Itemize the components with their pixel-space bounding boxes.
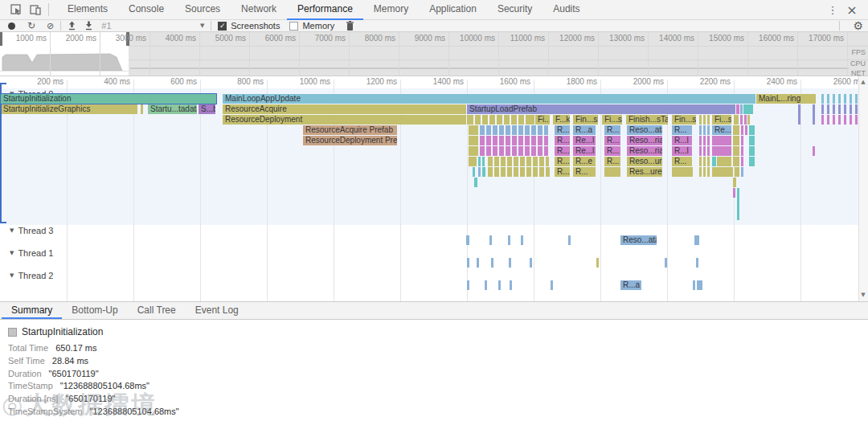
flame-segment[interactable] bbox=[798, 104, 800, 125]
flame-segment[interactable] bbox=[499, 125, 504, 135]
flame-segment[interactable] bbox=[482, 115, 488, 125]
tab-summary[interactable]: Summary bbox=[2, 302, 62, 319]
event-r-l[interactable]: R...l bbox=[672, 136, 692, 145]
event-f-k[interactable]: F...k bbox=[553, 115, 570, 125]
event-r-a[interactable]: R...a bbox=[573, 125, 596, 135]
flame-segment[interactable] bbox=[703, 125, 706, 135]
tab-audits[interactable]: Audits bbox=[542, 0, 590, 20]
flame-segment[interactable] bbox=[533, 157, 538, 166]
flame-segment[interactable] bbox=[712, 136, 731, 145]
flame-segment[interactable] bbox=[518, 136, 523, 145]
flame-segment[interactable] bbox=[740, 115, 743, 125]
flame-segment[interactable] bbox=[855, 94, 858, 104]
flame-segment[interactable] bbox=[850, 115, 852, 125]
event-r[interactable]: R... bbox=[555, 125, 570, 135]
flame-segment[interactable] bbox=[469, 136, 478, 145]
flame-segment[interactable] bbox=[744, 115, 747, 125]
flame-segment[interactable] bbox=[544, 146, 548, 156]
flame-segment[interactable] bbox=[539, 167, 544, 177]
event-resourcedeployment[interactable]: ResourceDeployment bbox=[223, 115, 466, 125]
flame-segment[interactable] bbox=[855, 115, 858, 125]
trash-icon[interactable] bbox=[346, 21, 354, 31]
flame-segment[interactable] bbox=[509, 258, 511, 268]
event-r[interactable]: R... bbox=[672, 157, 692, 166]
event-r[interactable]: R... bbox=[555, 157, 570, 166]
flame-segment[interactable] bbox=[514, 157, 518, 166]
flame-segment[interactable] bbox=[696, 258, 698, 268]
flame-segment[interactable] bbox=[855, 104, 858, 114]
flame-segment[interactable] bbox=[493, 136, 497, 145]
flame-segment[interactable] bbox=[478, 167, 481, 177]
flame-segment[interactable] bbox=[734, 115, 739, 125]
flame-segment[interactable] bbox=[489, 235, 492, 245]
flame-segment[interactable] bbox=[717, 157, 731, 166]
event-r-e[interactable]: R...e bbox=[573, 157, 596, 166]
flame-segment[interactable] bbox=[749, 146, 755, 156]
flame-segment[interactable] bbox=[531, 115, 534, 125]
flame-segment[interactable] bbox=[736, 104, 739, 114]
flame-segment[interactable] bbox=[699, 146, 702, 156]
tab-sources[interactable]: Sources bbox=[174, 0, 231, 20]
scrollbar-track[interactable] bbox=[858, 76, 868, 301]
tab-event-log[interactable]: Event Log bbox=[186, 302, 248, 319]
flame-segment[interactable] bbox=[504, 115, 510, 125]
flame-segment[interactable] bbox=[526, 157, 531, 166]
flame-segment[interactable] bbox=[478, 157, 481, 166]
flame-segment[interactable] bbox=[697, 280, 702, 290]
flame-segment[interactable] bbox=[473, 167, 475, 177]
flame-segment[interactable] bbox=[512, 125, 517, 135]
flame-segment[interactable] bbox=[568, 235, 571, 245]
flame-segment[interactable] bbox=[488, 157, 493, 166]
flame-segment[interactable] bbox=[475, 115, 481, 125]
flame-segment[interactable] bbox=[733, 136, 739, 145]
tab-memory[interactable]: Memory bbox=[363, 0, 419, 20]
flame-segment[interactable] bbox=[486, 125, 491, 135]
event-fi-sk[interactable]: Fi...sk bbox=[712, 115, 731, 125]
flame-segment[interactable] bbox=[844, 94, 846, 104]
event-startupinitializegraphics[interactable]: StartupInitializeGraphics bbox=[1, 104, 137, 114]
flame-segment[interactable] bbox=[850, 94, 852, 104]
flame-segment[interactable] bbox=[518, 146, 523, 156]
flame-segment[interactable] bbox=[469, 125, 478, 135]
flame-segment[interactable] bbox=[531, 136, 536, 145]
flame-segment[interactable] bbox=[735, 167, 739, 177]
save-profile-icon[interactable] bbox=[84, 21, 93, 31]
flame-segment[interactable] bbox=[747, 115, 750, 125]
memory-checkbox[interactable] bbox=[289, 22, 298, 31]
thread-header-thread-3[interactable]: ▼Thread 3 bbox=[10, 226, 53, 235]
flame-segment[interactable] bbox=[546, 167, 550, 177]
flame-segment[interactable] bbox=[737, 188, 739, 220]
flame-segment[interactable] bbox=[813, 104, 815, 125]
flame-segment[interactable] bbox=[474, 178, 477, 187]
flame-segment[interactable] bbox=[539, 157, 544, 166]
flame-segment[interactable] bbox=[813, 146, 815, 156]
event-r[interactable]: R... bbox=[604, 125, 620, 135]
flame-segment[interactable] bbox=[508, 235, 510, 245]
flame-segment[interactable] bbox=[491, 258, 493, 268]
flame-segment[interactable] bbox=[493, 146, 497, 156]
flame-segment[interactable] bbox=[749, 136, 755, 145]
event-reso-ata[interactable]: Reso...ata bbox=[620, 235, 657, 245]
flame-segment[interactable] bbox=[518, 115, 524, 125]
flame-segment[interactable] bbox=[482, 157, 485, 166]
event-reso-rial[interactable]: Reso...rial bbox=[627, 146, 662, 156]
flame-segment[interactable] bbox=[512, 146, 517, 156]
flame-segment[interactable] bbox=[546, 157, 549, 166]
more-options-icon[interactable]: ⋮ bbox=[823, 0, 842, 19]
flame-segment[interactable] bbox=[749, 125, 755, 135]
event-r-l[interactable]: R...l bbox=[555, 146, 570, 156]
flame-segment[interactable] bbox=[507, 157, 512, 166]
flame-segment[interactable] bbox=[518, 125, 523, 135]
event-mainl-ring[interactable]: MainL...ring bbox=[756, 94, 816, 104]
flame-segment[interactable] bbox=[844, 115, 846, 125]
flame-segment[interactable] bbox=[741, 157, 743, 166]
event-re-l[interactable]: Re...l bbox=[573, 136, 596, 145]
flame-segment[interactable] bbox=[467, 258, 469, 268]
event-s-b[interactable]: S...b bbox=[199, 104, 215, 114]
tab-call-tree[interactable]: Call Tree bbox=[128, 302, 186, 319]
flame-segment[interactable] bbox=[838, 94, 841, 104]
flame-segment[interactable] bbox=[506, 146, 510, 156]
flame-segment[interactable] bbox=[525, 146, 530, 156]
event-reso-rial[interactable]: Reso...rial bbox=[627, 136, 662, 145]
flame-segment[interactable] bbox=[703, 157, 706, 166]
